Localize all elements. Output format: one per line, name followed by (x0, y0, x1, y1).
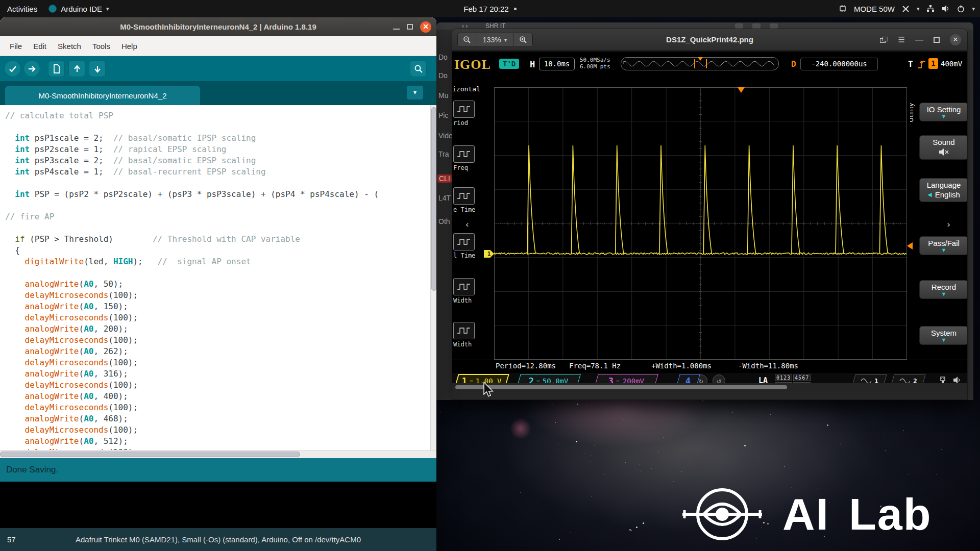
verify-button[interactable] (4, 60, 21, 77)
rigol-logo: IGOL (454, 57, 491, 72)
menu-file[interactable]: File (4, 39, 28, 53)
code-line (5, 178, 430, 189)
menu-language[interactable]: Language◀English (919, 178, 968, 202)
close-button[interactable]: ✕ (950, 34, 961, 45)
arduino-statusbar: 57 Adafruit Trinket M0 (SAMD21), Small (… (0, 528, 436, 551)
editor-hscrollbar[interactable] (0, 450, 436, 458)
menu-record[interactable]: Record▼ (919, 280, 968, 299)
measure-item[interactable]: Width (453, 278, 492, 304)
window-bracket-left (694, 59, 695, 68)
chevron-down-icon: ▾ (504, 37, 507, 43)
code-line: delayMicroseconds(100); (5, 380, 430, 391)
arrow-down-icon (93, 64, 102, 73)
filechooser-item[interactable]: Do (438, 71, 448, 80)
minimize-button[interactable] (393, 24, 400, 30)
menu-page-arrow-icon[interactable]: › (946, 219, 951, 230)
search-icon[interactable] (735, 23, 743, 29)
zoom-in-button[interactable] (514, 33, 532, 46)
maximize-button[interactable] (407, 24, 413, 30)
zoom-in-icon (519, 36, 527, 44)
collapse-arrow-icon[interactable]: ‹ (464, 219, 470, 230)
measure-item-label: Width (453, 341, 492, 348)
measure-menu-header: izontal (452, 85, 480, 93)
menu-tools[interactable]: Tools (87, 39, 116, 53)
close-button[interactable]: ✕ (420, 21, 431, 33)
menu-system[interactable]: System▼ (919, 326, 968, 345)
measure-item[interactable]: riod (453, 101, 492, 127)
timebase-value: 10.0ms (539, 58, 575, 70)
menu-icon[interactable] (770, 23, 778, 29)
code-line (5, 267, 430, 279)
window-bracket-right (706, 59, 707, 68)
viewer-hscrollbar[interactable] (452, 383, 968, 391)
zoom-level-dropdown[interactable]: 133%▾ (476, 33, 514, 46)
filechooser-item[interactable]: Vide (438, 132, 452, 140)
filechooser-item[interactable]: L4T (438, 194, 451, 202)
upload-button[interactable] (23, 60, 40, 77)
code-editor[interactable]: // calculate total PSP int psP1scale = 2… (0, 105, 436, 450)
open-sketch-button[interactable] (68, 60, 85, 77)
utility-tab: Utility (910, 103, 915, 122)
menu-label: Pass/Fail (928, 239, 960, 247)
filechooser-item[interactable]: Oth (438, 217, 450, 226)
filechooser-item[interactable]: Do (438, 53, 448, 61)
notification-dot (514, 8, 517, 10)
vscroll-thumb[interactable] (431, 107, 436, 291)
measure-item[interactable]: l Time (453, 233, 492, 259)
dropdown-caret-icon: ▼ (920, 337, 968, 343)
system-tray[interactable]: MODE 50W ▾ ▾ (839, 0, 975, 17)
measure-item[interactable]: Width (453, 322, 492, 348)
menu-sound[interactable]: Sound (919, 135, 968, 160)
arduino-window-title: M0-SmoothInhibitoryInterneuronN4_2 | Ard… (0, 17, 436, 36)
menu-edit[interactable]: Edit (28, 39, 52, 53)
measure-menu: izontal ‹ riodFreqe Timel TimeWidthWidth (452, 82, 493, 360)
view-toggle-icon[interactable] (752, 23, 761, 29)
filechooser-item[interactable]: CLI (437, 174, 452, 183)
filechooser-item[interactable]: Mu (438, 91, 448, 99)
document-icon (53, 64, 61, 73)
hamburger-menu-icon[interactable]: ☰ (898, 35, 905, 44)
menu-label: Language (927, 181, 961, 189)
measure-item[interactable]: Freq (453, 145, 492, 171)
menu-pass-fail[interactable]: Pass/Fail▼ (919, 236, 968, 255)
new-sketch-button[interactable] (48, 60, 65, 77)
volume-icon (942, 5, 950, 12)
menu-help[interactable]: Help (116, 39, 143, 53)
arduino-titlebar[interactable]: M0-SmoothInhibitoryInterneuronN4_2 | Ard… (0, 17, 436, 36)
arduino-toolbar (0, 56, 436, 81)
zoom-out-button[interactable] (458, 33, 476, 46)
serial-monitor-button[interactable] (410, 60, 427, 77)
tab-menu-button[interactable]: ▾ (407, 86, 423, 99)
clock-area[interactable]: Feb 17 20:22 (0, 0, 980, 17)
viewer-titlebar[interactable]: DS1Z_QuickPrint42.png 133%▾ ☰ — ✕ (452, 29, 967, 51)
acquisition-info: 50.0MSa/s 6.00M pts (580, 57, 610, 70)
oscilloscope-image: IGOL T'D H 10.0ms 50.0MSa/s 6.00M pts D … (452, 52, 968, 390)
code-line: int psP1scale = 2; // basal/somatic IPSP… (5, 133, 430, 144)
maximize-button[interactable] (934, 37, 940, 43)
code-line (5, 200, 430, 211)
power-icon (957, 5, 965, 13)
measure-item-icon (453, 145, 475, 163)
hscroll-thumb[interactable] (0, 452, 300, 457)
select-left-arrow-icon[interactable]: ◀ (927, 191, 932, 198)
zoom-controls: 133%▾ (457, 33, 533, 47)
clock: Feb 17 20:22 (463, 5, 508, 13)
menu-label: IO Setting (927, 105, 961, 114)
filechooser-item[interactable]: Pic (438, 111, 448, 119)
network-icon (926, 5, 935, 12)
code-line: analogWrite(A0, 50); (5, 279, 430, 290)
save-sketch-button[interactable] (89, 60, 106, 77)
code-line: int PSP = (psP2 * psP2scale) + (psP3 * p… (5, 189, 430, 200)
gallery-icon[interactable] (880, 37, 888, 43)
editor-vscrollbar[interactable] (430, 105, 436, 450)
trigger-edge-icon (917, 59, 927, 70)
viewer-hscroll-thumb[interactable] (455, 385, 787, 389)
timebase-label: H (530, 59, 535, 69)
menu-sketch[interactable]: Sketch (52, 39, 87, 53)
menu-io-setting[interactable]: IO Setting▼ (919, 103, 968, 121)
filechooser-item[interactable]: Tra (438, 150, 449, 158)
code-area[interactable]: // calculate total PSP int psP1scale = 2… (0, 105, 430, 450)
minimize-button[interactable]: — (915, 35, 923, 44)
sketch-tab[interactable]: M0-SmoothInhibitoryInterneuronN4_2 (5, 86, 200, 105)
measure-item[interactable]: e Time (453, 187, 492, 213)
